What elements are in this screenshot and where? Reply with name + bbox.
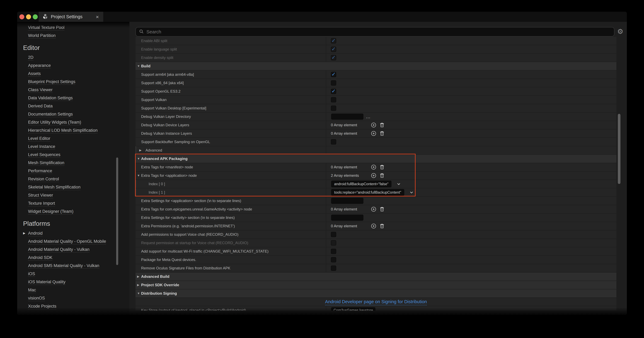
checkbox[interactable]: ✓: [331, 55, 336, 60]
sidebar-item[interactable]: ▶ 2D: [17, 53, 130, 62]
add-element-button[interactable]: [370, 206, 377, 212]
checkbox[interactable]: ✓: [331, 139, 336, 144]
sidebar-item[interactable]: ▶ Level Editor: [17, 134, 130, 142]
text-input-field[interactable]: [331, 214, 364, 221]
sidebar-item[interactable]: ▶ Editor: [17, 42, 130, 53]
setting-label: Index [ 1 ]: [148, 188, 165, 196]
expander-triangle-icon[interactable]: [137, 281, 140, 289]
sidebar-item[interactable]: ▶ Data Validation Settings: [17, 94, 130, 102]
sidebar-item[interactable]: ▶ Struct Viewer: [17, 191, 130, 199]
checkbox[interactable]: ✓: [331, 46, 336, 52]
checkbox[interactable]: ✓: [331, 266, 336, 271]
sidebar-item[interactable]: ▶ iOS: [17, 270, 130, 278]
expand-arrow-icon[interactable]: ▶: [23, 229, 26, 237]
sidebar-item[interactable]: ▶ Android SDK: [17, 254, 130, 262]
sidebar-item[interactable]: ▶ iOS Material Quality: [17, 278, 130, 286]
sidebar-item[interactable]: ▶ Derived Data: [17, 102, 130, 110]
text-input-field[interactable]: [331, 113, 364, 120]
sidebar-item[interactable]: ▶ Virtual Texture Pool: [17, 24, 130, 32]
sidebar-item[interactable]: ▶ Mac: [17, 286, 130, 294]
setting-label-cell: Extra Settings for <activity> section (\…: [136, 214, 326, 222]
sidebar-item[interactable]: ▶ Level Instance: [17, 142, 130, 150]
sidebar-item[interactable]: ▶ Documentation Settings: [17, 110, 130, 118]
dropdown-field[interactable]: tools:replace="android:fullBackupContent…: [331, 189, 404, 196]
checkbox[interactable]: ✓: [331, 240, 336, 246]
clear-array-button[interactable]: [379, 206, 385, 212]
dropdown-field[interactable]: android:fullBackupContent="false": [331, 180, 392, 188]
clear-array-button[interactable]: [379, 122, 385, 128]
setting-value-cell: ✓ …: [326, 230, 616, 238]
expander-triangle-icon[interactable]: [137, 272, 140, 281]
add-element-button[interactable]: [370, 130, 377, 136]
setting-label: Extra Tags for com.epicgames.unreal.Game…: [141, 205, 252, 213]
sidebar-item[interactable]: ▶ Hierarchical LOD Mesh Simplification: [17, 126, 130, 134]
checkbox[interactable]: ✓: [331, 257, 336, 262]
browse-button[interactable]: …: [366, 114, 371, 119]
clear-array-button[interactable]: [379, 164, 385, 170]
expander-triangle-icon[interactable]: [137, 155, 140, 163]
add-element-button[interactable]: [370, 122, 377, 128]
sidebar-item[interactable]: ▶ Android SM5 Material Quality - Vulkan: [17, 262, 130, 270]
sidebar-scrollbar[interactable]: [116, 158, 118, 265]
sidebar-item[interactable]: ▶ Widget Designer (Team): [17, 207, 130, 216]
sidebar-item[interactable]: ▶ Platforms: [17, 217, 130, 229]
chevron-down-icon[interactable]: [396, 181, 401, 186]
checkbox[interactable]: ✓: [331, 89, 336, 94]
search-bar[interactable]: [136, 27, 614, 36]
settings-row: Extra Settings for <application> section…: [136, 197, 616, 205]
expander-triangle-icon[interactable]: [137, 62, 140, 70]
settings-gear-icon[interactable]: ⚙: [616, 26, 624, 36]
sidebar-item[interactable]: ▶ World Partition: [17, 32, 130, 40]
external-link[interactable]: Android Developer page on Signing for Di…: [136, 298, 616, 306]
sidebar-item[interactable]: ▶ Revision Control: [17, 175, 130, 183]
sidebar-item[interactable]: ▶ Assets: [17, 70, 130, 78]
checkbox[interactable]: ✓: [331, 232, 336, 237]
sidebar-item[interactable]: ▶ Android Material Quality - Vulkan: [17, 246, 130, 254]
search-input[interactable]: [146, 29, 611, 34]
setting-value-cell: ✓ …: [326, 256, 616, 264]
settings-rows: Enable ABI split ✓: [136, 37, 616, 310]
text-input-field[interactable]: Com2usGames.keystore: [331, 307, 376, 310]
sidebar-item[interactable]: ▶ Android Material Quality - OpenGL Mobi…: [17, 237, 130, 246]
tab-project-settings[interactable]: Project Settings ×: [39, 12, 103, 22]
main-scrollbar[interactable]: [618, 114, 620, 184]
setting-label: Support Backbuffer Sampling on OpenGL: [141, 138, 210, 146]
sidebar-item[interactable]: ▶ Blueprint Project Settings: [17, 78, 130, 86]
sidebar-item[interactable]: ▶ Skeletal Mesh Simplification: [17, 183, 130, 191]
sidebar-item[interactable]: ▶ Class Viewer: [17, 86, 130, 94]
sidebar-item[interactable]: ▶ visionOS: [17, 294, 130, 302]
setting-value-cell: ✓ …: [326, 214, 616, 222]
text-input-field[interactable]: [331, 198, 364, 204]
checkbox[interactable]: ✓: [331, 106, 336, 111]
search-icon: [138, 29, 144, 35]
sidebar-item[interactable]: ▶ Appearance: [17, 62, 130, 70]
checkbox[interactable]: ✓: [331, 72, 336, 77]
checkbox[interactable]: ✓: [331, 80, 336, 86]
setting-label: Advanced: [146, 146, 162, 154]
sidebar-item[interactable]: ▶ Level Sequences: [17, 150, 130, 159]
add-element-button[interactable]: [370, 172, 377, 179]
sidebar-item[interactable]: ▶ Android: [17, 229, 130, 237]
add-element-button[interactable]: [370, 223, 377, 229]
minimize-window-button[interactable]: [26, 14, 31, 19]
add-element-button[interactable]: [370, 164, 377, 170]
sidebar-item[interactable]: ▶ Performance: [17, 167, 130, 175]
checkbox[interactable]: ✓: [331, 249, 336, 254]
sidebar-item[interactable]: ▶ Xcode Projects: [17, 302, 130, 310]
expander-triangle-icon[interactable]: [137, 289, 140, 298]
expander-triangle-icon[interactable]: [139, 146, 142, 154]
tab-close-icon[interactable]: ×: [95, 14, 100, 20]
chevron-down-icon[interactable]: [409, 190, 414, 195]
clear-array-button[interactable]: [379, 172, 385, 179]
close-window-button[interactable]: [19, 14, 24, 19]
expander-triangle-icon[interactable]: [137, 172, 140, 180]
sidebar-item[interactable]: ▶ Mesh Simplification: [17, 159, 130, 167]
setting-value-cell: ✓ 0 Array element: [326, 130, 616, 138]
checkbox[interactable]: ✓: [331, 38, 336, 44]
zoom-window-button[interactable]: [33, 14, 38, 19]
sidebar-item[interactable]: ▶ Editor Utility Widgets (Team): [17, 118, 130, 126]
sidebar-item[interactable]: ▶ Texture Import: [17, 199, 130, 207]
clear-array-button[interactable]: [379, 130, 385, 136]
checkbox[interactable]: ✓: [331, 97, 336, 102]
clear-array-button[interactable]: [379, 223, 385, 229]
